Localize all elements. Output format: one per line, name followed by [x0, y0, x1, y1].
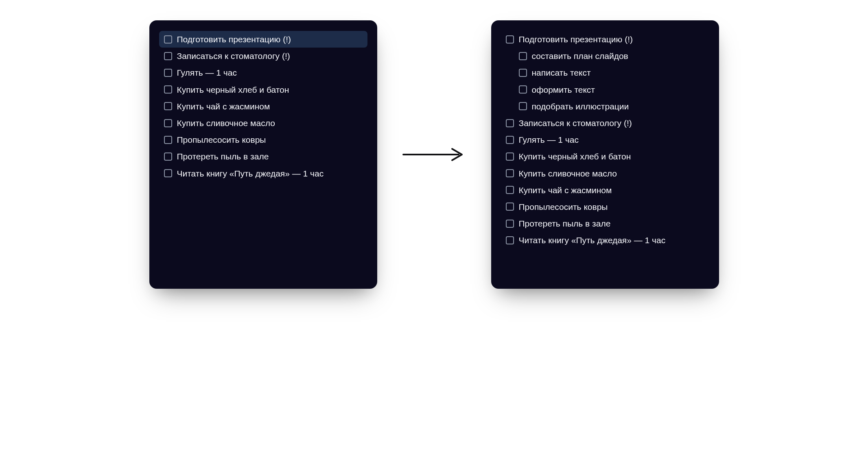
- checkbox-icon[interactable]: [506, 220, 514, 228]
- checkbox-icon[interactable]: [506, 203, 514, 211]
- checkbox-icon[interactable]: [506, 169, 514, 177]
- checkbox-icon[interactable]: [519, 102, 527, 110]
- checkbox-icon[interactable]: [506, 153, 514, 161]
- checkbox-icon[interactable]: [506, 119, 514, 127]
- list-item[interactable]: Гулять — 1 час: [501, 131, 709, 148]
- task-label: Гулять — 1 час: [519, 135, 579, 145]
- task-label: Купить сливочное масло: [177, 118, 275, 128]
- list-item[interactable]: Купить черный хлеб и батон: [501, 148, 709, 165]
- list-item[interactable]: Пропылесосить ковры: [159, 131, 367, 148]
- task-label: Гулять — 1 час: [177, 68, 237, 78]
- checkbox-icon[interactable]: [164, 119, 172, 127]
- checkbox-icon[interactable]: [506, 236, 514, 244]
- task-panel-before: Подготовить презентацию (!) Записаться к…: [149, 20, 377, 289]
- list-item[interactable]: Читать книгу «Путь джедая» — 1 час: [501, 232, 709, 248]
- list-item[interactable]: Читать книгу «Путь джедая» — 1 час: [159, 165, 367, 182]
- task-panel-after: Подготовить презентацию (!) составить пл…: [491, 20, 719, 289]
- checkbox-icon[interactable]: [164, 136, 172, 144]
- checkbox-icon[interactable]: [164, 52, 172, 60]
- list-item[interactable]: Купить сливочное масло: [159, 115, 367, 131]
- list-item[interactable]: Гулять — 1 час: [159, 64, 367, 81]
- task-label: Пропылесосить ковры: [519, 202, 608, 212]
- list-item[interactable]: написать текст: [514, 64, 709, 81]
- list-item[interactable]: Купить чай с жасмином: [501, 182, 709, 198]
- task-label: Протереть пыль в зале: [177, 151, 269, 161]
- checkbox-icon[interactable]: [519, 69, 527, 77]
- task-label: Подготовить презентацию (!): [177, 34, 291, 44]
- checkbox-icon[interactable]: [164, 69, 172, 77]
- list-item[interactable]: подобрать иллюстрации: [514, 98, 709, 115]
- task-label: Пропылесосить ковры: [177, 135, 266, 145]
- list-item[interactable]: Записаться к стоматологу (!): [501, 115, 709, 131]
- checkbox-icon[interactable]: [164, 35, 172, 44]
- list-item[interactable]: Купить сливочное масло: [501, 165, 709, 182]
- checkbox-icon[interactable]: [164, 102, 172, 110]
- task-label: Читать книгу «Путь джедая» — 1 час: [177, 168, 324, 179]
- list-item[interactable]: Подготовить презентацию (!): [501, 31, 709, 48]
- arrow-right-icon: [402, 20, 467, 289]
- task-label: Купить чай с жасмином: [177, 101, 270, 111]
- task-list-before: Подготовить презентацию (!) Записаться к…: [159, 31, 367, 182]
- task-label: Протереть пыль в зале: [519, 218, 611, 229]
- checkbox-icon[interactable]: [519, 52, 527, 60]
- task-label: Купить черный хлеб и батон: [177, 85, 289, 95]
- task-label: Подготовить презентацию (!): [519, 34, 633, 44]
- task-label: подобрать иллюстрации: [532, 101, 629, 111]
- task-label: Записаться к стоматологу (!): [519, 118, 632, 128]
- checkbox-icon[interactable]: [506, 35, 514, 44]
- list-item[interactable]: Записаться к стоматологу (!): [159, 48, 367, 64]
- task-label: написать текст: [532, 68, 591, 78]
- list-item[interactable]: Подготовить презентацию (!): [159, 31, 367, 48]
- task-label: Купить сливочное масло: [519, 168, 617, 179]
- list-item[interactable]: Протереть пыль в зале: [159, 148, 367, 165]
- task-label: составить план слайдов: [532, 51, 628, 61]
- checkbox-icon[interactable]: [164, 85, 172, 94]
- comparison-stage: Подготовить презентацию (!) Записаться к…: [139, 20, 729, 289]
- list-item[interactable]: Купить чай с жасмином: [159, 98, 367, 115]
- list-item[interactable]: составить план слайдов: [514, 48, 709, 64]
- checkbox-icon[interactable]: [519, 85, 527, 94]
- task-label: Купить чай с жасмином: [519, 185, 612, 195]
- task-label: оформить текст: [532, 85, 595, 95]
- task-label: Купить черный хлеб и батон: [519, 151, 631, 161]
- checkbox-icon[interactable]: [164, 169, 172, 177]
- list-item[interactable]: Купить черный хлеб и батон: [159, 81, 367, 98]
- task-label: Читать книгу «Путь джедая» — 1 час: [519, 235, 666, 245]
- task-list-after: Подготовить презентацию (!) составить пл…: [501, 31, 709, 248]
- checkbox-icon[interactable]: [506, 186, 514, 194]
- list-item[interactable]: Протереть пыль в зале: [501, 215, 709, 232]
- list-item[interactable]: Пропылесосить ковры: [501, 198, 709, 215]
- list-item[interactable]: оформить текст: [514, 81, 709, 98]
- checkbox-icon[interactable]: [506, 136, 514, 144]
- checkbox-icon[interactable]: [164, 153, 172, 161]
- task-label: Записаться к стоматологу (!): [177, 51, 290, 61]
